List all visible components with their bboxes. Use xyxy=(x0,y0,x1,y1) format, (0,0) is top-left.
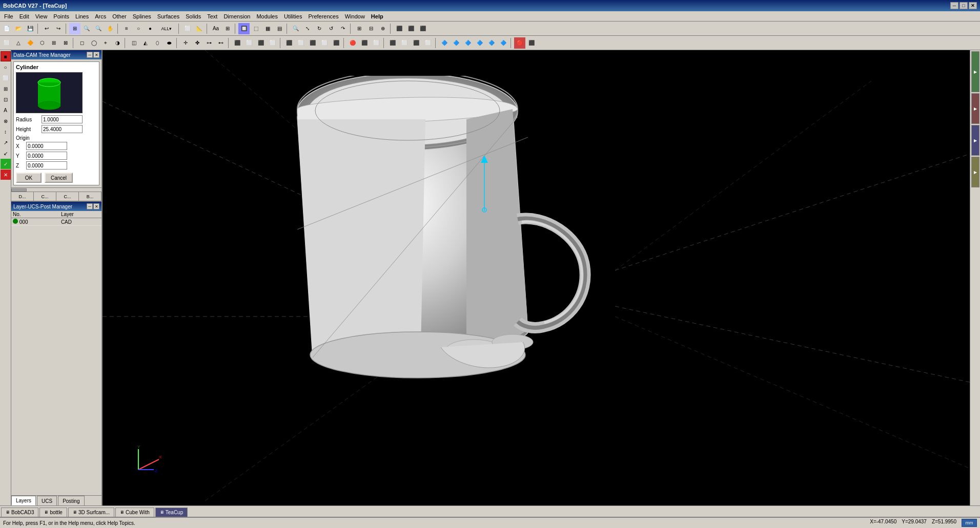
tb2-btn-d1[interactable]: ✛ xyxy=(180,37,191,49)
z-input[interactable] xyxy=(26,161,67,170)
tb2-btn-g3[interactable]: ⬜ xyxy=(371,37,382,49)
save-button[interactable]: 💾 xyxy=(25,23,36,34)
font-button[interactable]: Aa xyxy=(210,23,221,34)
height-input[interactable] xyxy=(42,125,83,133)
x-input[interactable] xyxy=(26,142,67,150)
menu-modules[interactable]: Modules xyxy=(253,12,281,20)
tb2-btn-a5[interactable]: ⊞ xyxy=(48,37,59,49)
tab-3dsurfcam[interactable]: 🖥 3D Surfcam... xyxy=(68,508,114,517)
lt-btn-7[interactable]: ⊗ xyxy=(1,116,11,126)
tb-btn-e1[interactable]: ⊞ xyxy=(354,23,365,34)
view-btn-c3[interactable]: ▦ xyxy=(262,23,273,34)
tb-btn-f2[interactable]: ⬛ xyxy=(405,23,417,34)
all-dropdown[interactable]: ALL▾ xyxy=(156,23,177,34)
restore-button[interactable]: □ xyxy=(959,2,968,9)
menu-file[interactable]: File xyxy=(1,12,16,20)
menu-text[interactable]: Text xyxy=(204,12,220,20)
cancel-button[interactable]: Cancel xyxy=(45,173,73,183)
tb2-btn-b2[interactable]: ◯ xyxy=(88,37,99,49)
tb2-btn-e3[interactable]: ⬛ xyxy=(255,37,267,49)
tab-cubewith[interactable]: 🖥 Cube With xyxy=(115,508,154,517)
tb2-btn-c1[interactable]: ◫ xyxy=(128,37,139,49)
lt-btn-6[interactable]: A xyxy=(1,105,11,115)
tb2-btn-f4[interactable]: ⬜ xyxy=(319,37,330,49)
tb2-btn-j2[interactable]: ⬛ xyxy=(526,37,537,49)
tb2-btn-c3[interactable]: ⬯ xyxy=(152,37,163,49)
lt-btn-1[interactable]: ■ xyxy=(1,51,11,61)
tb-btn-e2[interactable]: ⊟ xyxy=(365,23,377,34)
menu-arcs[interactable]: Arcs xyxy=(92,12,109,20)
tb2-btn-c4[interactable]: ⬬ xyxy=(164,37,175,49)
menu-dimension[interactable]: Dimension xyxy=(220,12,253,20)
tb2-btn-h3[interactable]: ⬛ xyxy=(411,37,422,49)
menu-window[interactable]: Window xyxy=(342,12,368,20)
rs-btn-1[interactable]: ▶ xyxy=(971,51,979,92)
close-button[interactable]: ✕ xyxy=(969,2,977,9)
tb2-btn-g1[interactable]: 🔴 xyxy=(347,37,358,49)
tb-btn-c1[interactable]: ⊞ xyxy=(222,23,233,34)
lt-btn-5[interactable]: ⊡ xyxy=(1,94,11,104)
menu-points[interactable]: Points xyxy=(50,12,72,20)
tb2-btn-h4[interactable]: ⬜ xyxy=(422,37,434,49)
tb2-btn-e1[interactable]: ⬛ xyxy=(232,37,243,49)
lt-btn-4[interactable]: ⊞ xyxy=(1,83,11,94)
tb2-btn-d2[interactable]: ✤ xyxy=(192,37,203,49)
tb-btn-a2[interactable]: ○ xyxy=(133,23,144,34)
tb2-btn-h2[interactable]: ⬜ xyxy=(399,37,410,49)
menu-preferences[interactable]: Preferences xyxy=(305,12,341,20)
menu-other[interactable]: Other xyxy=(109,12,130,20)
tb2-btn-i1[interactable]: 🔷 xyxy=(439,37,450,49)
tb2-btn-c2[interactable]: ◭ xyxy=(140,37,151,49)
tb-btn-b2[interactable]: 📐 xyxy=(194,23,205,34)
tb-btn-d2[interactable]: ⤡ xyxy=(302,23,313,34)
redo-button[interactable]: ↪ xyxy=(53,23,64,34)
tb2-btn-a1[interactable]: ⬜ xyxy=(1,37,12,49)
datacam-scrollbar[interactable] xyxy=(11,187,101,192)
tb2-btn-i6[interactable]: 🔷 xyxy=(498,37,509,49)
view-wire-btn[interactable]: ⬚ xyxy=(250,23,261,34)
tb2-btn-i3[interactable]: 🔷 xyxy=(462,37,474,49)
tb2-btn-e4[interactable]: ⬜ xyxy=(267,37,278,49)
datacam-close-btn[interactable]: ✕ xyxy=(93,52,99,58)
layer-row[interactable]: 000 CAD xyxy=(11,218,101,226)
tb-btn-d4[interactable]: ↺ xyxy=(325,23,337,34)
posting-tab[interactable]: Posting xyxy=(58,496,84,505)
menu-solids[interactable]: Solids xyxy=(182,12,204,20)
tb2-btn-h1[interactable]: ⬛ xyxy=(387,37,398,49)
ok-button[interactable]: OK xyxy=(16,173,42,183)
rs-btn-3[interactable]: ▶ xyxy=(971,125,979,156)
view-shaded-btn[interactable]: 🔲 xyxy=(238,23,250,34)
datacam-tab-c1[interactable]: C... xyxy=(34,192,56,201)
tb2-btn-i2[interactable]: 🔷 xyxy=(451,37,462,49)
tb2-btn-b1[interactable]: ◻ xyxy=(76,37,88,49)
open-button[interactable]: 📂 xyxy=(13,23,24,34)
new-button[interactable]: 📄 xyxy=(1,23,12,34)
rs-btn-2[interactable]: ▶ xyxy=(971,93,979,124)
tb2-btn-i5[interactable]: 🔷 xyxy=(486,37,497,49)
lt-btn-9[interactable]: ↗ xyxy=(1,137,11,147)
tb-btn-a3[interactable]: ● xyxy=(145,23,156,34)
tb-btn-f1[interactable]: ⬛ xyxy=(394,23,405,34)
datacam-tab-b[interactable]: B... xyxy=(79,192,101,201)
menu-surfaces[interactable]: Surfaces xyxy=(154,12,182,20)
tb2-btn-a4[interactable]: ⬡ xyxy=(36,37,48,49)
tb2-btn-f2[interactable]: ⬜ xyxy=(295,37,307,49)
tb2-btn-e2[interactable]: ⬜ xyxy=(243,37,255,49)
tb2-btn-b3[interactable]: ⌖ xyxy=(100,37,111,49)
tb2-btn-a3[interactable]: 🔶 xyxy=(25,37,36,49)
tb-btn-a1[interactable]: ≡ xyxy=(121,23,132,34)
pan-button[interactable]: ✋ xyxy=(105,23,116,34)
radius-input[interactable] xyxy=(42,115,83,123)
scroll-thumb[interactable] xyxy=(11,188,27,192)
menu-view[interactable]: View xyxy=(32,12,51,20)
tb-btn-f3[interactable]: ⬛ xyxy=(417,23,428,34)
tb-btn-d3[interactable]: ↻ xyxy=(314,23,325,34)
menu-utilities[interactable]: Utilities xyxy=(281,12,305,20)
view-btn-c4[interactable]: ▤ xyxy=(274,23,285,34)
tb-btn-b1[interactable]: ⬜ xyxy=(182,23,193,34)
menu-edit[interactable]: Edit xyxy=(16,12,32,20)
undo-button[interactable]: ↩ xyxy=(41,23,52,34)
lt-btn-10[interactable]: ↙ xyxy=(1,148,11,158)
layer-close-btn[interactable]: ✕ xyxy=(93,203,99,209)
lt-btn-11[interactable]: ✓ xyxy=(1,159,11,169)
